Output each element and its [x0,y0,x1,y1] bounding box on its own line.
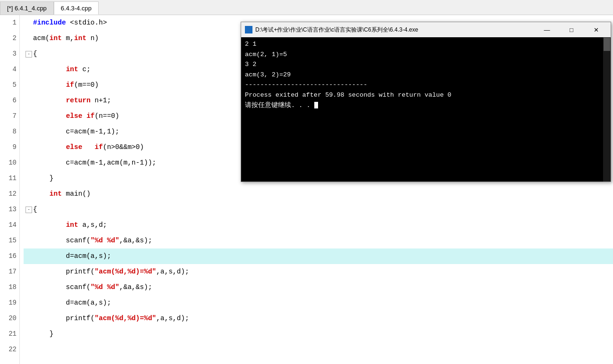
line-num-6: 6 [0,93,17,108]
console-line-6: 请按任意键继续. . . [245,100,607,111]
code-line-19: scanf("%d %d",&a,&s); [24,280,613,295]
line-num-7: 7 [0,108,17,124]
line-num-15: 15 [0,233,17,248]
code-line-14: int a,s,d; [24,217,613,233]
code-line-22: } [24,326,613,342]
console-titlebar: D:\考试+作业\作业\C语言作业\c语言实验课\C6系列全\6.4.3-4.e… [241,22,611,37]
console-line-1: acm(2, 1)=5 [245,50,607,60]
line-num-12: 12 [0,186,17,202]
console-line-2: 3 2 [245,59,607,70]
console-scroll-thumb[interactable] [604,38,610,51]
fold-btn-3[interactable]: - [25,51,32,58]
line-num-14: 14 [0,217,17,233]
console-window: D:\考试+作业\作业\C语言作业\c语言实验课\C6系列全\6.4.3-4.e… [241,22,611,182]
console-title: D:\考试+作业\作业\C语言作业\c语言实验课\C6系列全\6.4.3-4.e… [255,26,533,34]
line-num-2: 2 [0,31,17,46]
tab-641-label: [*] 6.4.1_4.cpp [7,5,47,12]
line-num-8: 8 [0,124,17,140]
code-line-12: int main() [24,186,613,202]
line-num-17: 17 [0,264,17,280]
code-line-18: printf("acm(%d,%d)=%d",a,s,d); [24,264,613,280]
line-num-20: 20 [0,311,17,326]
line-num-1: 1 [0,15,17,31]
tab-643[interactable]: 6.4.3-4.cpp [54,1,99,15]
line-num-4: 4 [0,62,17,77]
fold-btn-13[interactable]: - [25,207,32,213]
code-line-17: d=acm(a,s); [24,248,613,264]
code-line-21: printf("acm(%d,%d)=%d",a,s,d); [24,311,613,326]
tab-bar: [*] 6.4.1_4.cpp 6.4.3-4.cpp [0,0,613,15]
console-line-5: Process exited after 59.98 seconds with … [245,90,607,100]
line-num-21: 21 [0,326,17,342]
line-num-22: 22 [0,342,17,357]
line-num-5: 5 [0,77,17,93]
code-line-13: -{ [24,202,613,217]
line-numbers: 12345678910111213141516171819202122 [0,15,20,364]
console-icon [245,26,252,33]
console-line-4: -------------------------------- [245,80,607,90]
line-num-11: 11 [0,171,17,186]
console-line-3: acm(3, 2)=29 [245,70,607,80]
console-body: 2 1acm(2, 1)=53 2acm(3, 2)=29-----------… [241,37,611,182]
cursor [314,102,318,108]
line-num-19: 19 [0,295,17,311]
editor-area: 12345678910111213141516171819202122 #inc… [0,15,613,364]
line-num-9: 9 [0,140,17,155]
line-num-13: 13 [0,202,17,217]
tab-641[interactable]: [*] 6.4.1_4.cpp [0,1,54,15]
code-line-20: d=acm(a,s); [24,295,613,311]
line-num-18: 18 [0,280,17,295]
close-button[interactable]: ✕ [585,22,607,37]
tab-643-label: 6.4.3-4.cpp [61,5,92,12]
console-scrollbar[interactable] [603,37,611,182]
minimize-button[interactable]: — [536,22,558,37]
line-num-16: 16 [0,248,17,264]
maximize-button[interactable]: □ [561,22,582,37]
code-text: #include [33,15,66,31]
line-num-3: 3 [0,46,17,62]
code-line-16: scanf("%d %d",&a,&s); [24,233,613,248]
console-line-0: 2 1 [245,39,607,50]
line-num-10: 10 [0,155,17,171]
